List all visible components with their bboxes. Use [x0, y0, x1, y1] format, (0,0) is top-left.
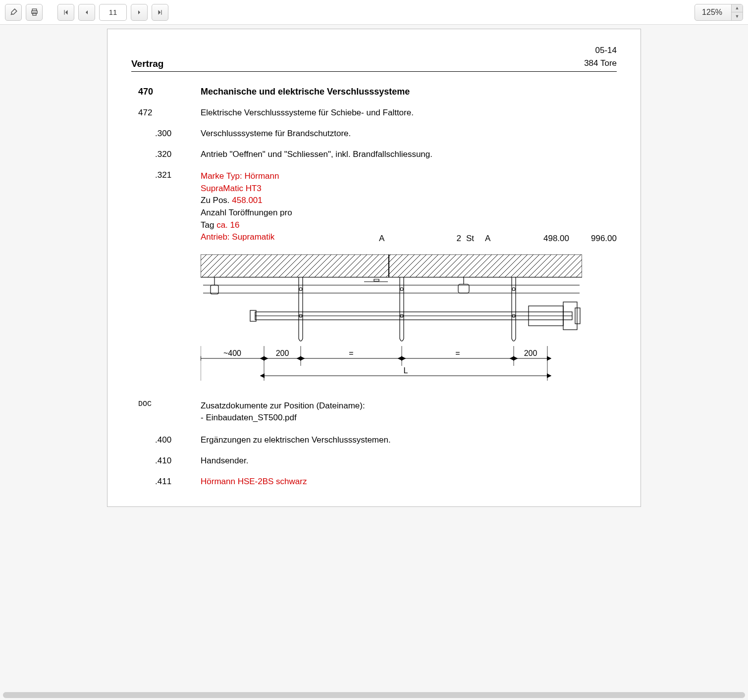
technical-drawing: ~400 200 = = 200 L — [201, 254, 617, 388]
spec-l3-val: 458.001 — [232, 196, 262, 205]
svg-rect-16 — [458, 284, 469, 293]
row-text: Antrieb "Oeffnen" und "Schliessen", inkl… — [201, 150, 617, 159]
svg-rect-13 — [575, 308, 580, 324]
spec-l5-label: Tag — [201, 220, 216, 230]
row-400: .400 Ergänzungen zu elektrischen Verschl… — [131, 435, 617, 445]
col-a2: A — [485, 234, 505, 244]
horizontal-scrollbar[interactable] — [3, 692, 745, 698]
row-doc: DOC Zusatzdokumente zur Position (Datein… — [131, 400, 617, 424]
col-price: 498.00 — [505, 234, 569, 244]
brush-button[interactable] — [5, 4, 22, 21]
dim-4: = — [455, 349, 460, 357]
print-icon — [30, 8, 39, 16]
spec-l4: Anzahl Toröffnungen pro — [201, 207, 379, 219]
row-410: .410 Handsender. — [131, 456, 617, 466]
row-body: Zusatzdokumente zur Position (Dateiname)… — [201, 400, 617, 424]
row-472: 472 Elektrische Verschlusssysteme für Sc… — [131, 108, 617, 118]
header-meta: 05-14 384 Tore — [584, 44, 617, 69]
row-470: 470 Mechanische und elektrische Verschlu… — [131, 87, 617, 97]
page-number-input[interactable] — [99, 4, 127, 21]
toolbar: 125% ▲ ▼ — [0, 0, 748, 25]
dim-5: 200 — [524, 349, 537, 357]
scrollbar-thumb[interactable] — [3, 692, 745, 698]
row-321: .321 Marke Typ: Hörmann SupraMatic HT3 Z… — [131, 170, 617, 244]
row-num: DOC — [131, 400, 201, 408]
row-300: .300 Verschlusssysteme für Brandschutzto… — [131, 129, 617, 139]
spec-l3-label: Zu Pos. — [201, 196, 232, 205]
col-total: 996.00 — [569, 234, 617, 244]
next-page-icon — [136, 9, 142, 15]
row-text: Mechanische und elektrische Verschlusssy… — [201, 87, 617, 97]
dim-L: L — [404, 366, 408, 375]
row-text: Hörmann HSE-2BS schwarz — [201, 477, 617, 487]
row-411: .411 Hörmann HSE-2BS schwarz — [131, 477, 617, 487]
dim-1: ~400 — [223, 349, 241, 357]
dim-3: = — [349, 349, 353, 357]
prev-page-button[interactable] — [78, 4, 95, 21]
document-page: Vertrag 05-14 384 Tore 470 Mechanische u… — [107, 29, 641, 507]
spec-text: Marke Typ: Hörmann SupraMatic HT3 Zu Pos… — [201, 170, 379, 244]
row-text: Elektrische Verschlusssysteme für Schieb… — [201, 108, 617, 118]
svg-point-20 — [299, 288, 302, 291]
row-num: .320 — [131, 150, 201, 159]
row-num: .410 — [131, 456, 201, 466]
doc-l2: - Einbaudaten_ST500.pdf — [201, 412, 617, 424]
zoom-stepper: ▲ ▼ — [731, 4, 743, 20]
col-qty: 2 — [438, 234, 466, 244]
document-viewport[interactable]: Vertrag 05-14 384 Tore 470 Mechanische u… — [0, 25, 748, 700]
dim-2: 200 — [276, 349, 289, 357]
svg-point-28 — [512, 288, 515, 291]
row-num: 472 — [131, 108, 201, 118]
prev-page-icon — [84, 9, 90, 15]
row-num: .400 — [131, 435, 201, 445]
print-button[interactable] — [26, 4, 43, 21]
spec-l2: SupraMatic HT3 — [201, 183, 379, 195]
doc-l1: Zusatzdokumente zur Position (Dateiname)… — [201, 400, 617, 412]
spec-l1-val: Hörmann — [245, 171, 279, 181]
row-320: .320 Antrieb "Oeffnen" und "Schliessen",… — [131, 150, 617, 159]
zoom-selector[interactable]: 125% ▲ ▼ — [695, 4, 743, 21]
last-page-icon — [157, 9, 163, 16]
row-text: Verschlusssysteme für Brandschutztore. — [201, 129, 617, 139]
row-text: Ergänzungen zu elektrischen Verschlusssy… — [201, 435, 617, 445]
zoom-up-icon[interactable]: ▲ — [732, 4, 743, 13]
next-page-button[interactable] — [131, 4, 148, 21]
brush-icon — [9, 8, 18, 16]
page-header: Vertrag 05-14 384 Tore — [131, 44, 617, 72]
row-num: .300 — [131, 129, 201, 139]
header-code: 05-14 — [584, 44, 617, 57]
first-page-button[interactable] — [57, 4, 74, 21]
spec-l5-val: ca. 16 — [216, 220, 239, 230]
col-unit: St — [466, 234, 485, 244]
row-body: Marke Typ: Hörmann SupraMatic HT3 Zu Pos… — [201, 170, 617, 244]
zoom-value: 125% — [695, 8, 731, 17]
row-text: Handsender. — [201, 456, 617, 466]
row-num: .321 — [131, 170, 201, 180]
svg-point-24 — [400, 288, 403, 291]
spec-l6: Antrieb: Supramatik — [201, 231, 379, 244]
header-section: 384 Tore — [584, 57, 617, 70]
col-a1: A — [379, 234, 438, 244]
drawing-svg: ~400 200 = = 200 L — [201, 254, 582, 388]
first-page-icon — [62, 9, 69, 16]
last-page-button[interactable] — [152, 4, 168, 21]
row-num: .411 — [131, 477, 201, 487]
zoom-down-icon[interactable]: ▼ — [732, 12, 743, 20]
svg-rect-14 — [211, 285, 218, 294]
row-num: 470 — [131, 87, 201, 97]
spec-l1-label: Marke Typ: — [201, 171, 245, 181]
svg-rect-3 — [201, 254, 582, 277]
header-title: Vertrag — [131, 58, 163, 69]
